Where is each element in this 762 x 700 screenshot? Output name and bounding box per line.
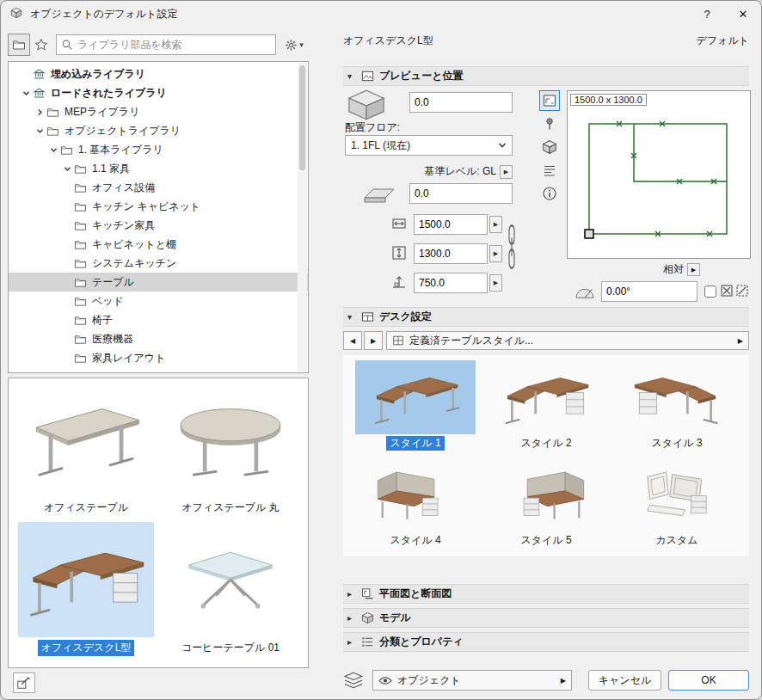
relative-button[interactable]: ▶ (687, 263, 700, 276)
tree-item-furniture[interactable]: 1.1 家具 (9, 159, 308, 178)
folder-icon (60, 144, 76, 157)
tree-item-furniture-layout[interactable]: 家具レイアウト (9, 348, 308, 367)
style-thumbnail (355, 457, 476, 531)
flip-x-button[interactable] (720, 284, 734, 298)
layer-button[interactable] (340, 670, 367, 691)
tree-item-cabinets-shelves[interactable]: キャビネットと棚 (9, 235, 308, 254)
offset-input[interactable] (409, 183, 513, 204)
depth-spinner-button[interactable]: ▶ (489, 245, 502, 262)
style-set-selector[interactable]: 定義済テーブルスタイル... ▶ (386, 331, 749, 350)
library-item-office-desk-L-selected[interactable]: オフィスデスクL型 (14, 522, 158, 662)
tree-item-system-kitchen[interactable]: システムキッチン (9, 254, 308, 273)
tree-item-embedded-library[interactable]: 埋め込みライブラリ (9, 64, 308, 83)
scrollbar-thumb[interactable] (299, 65, 305, 170)
preview-position-section-header[interactable]: ▾ プレビューと位置 (343, 66, 749, 86)
layer-select[interactable]: オブジェクト ▶ (372, 670, 572, 691)
settings-gear-button[interactable]: ▾ (280, 34, 309, 56)
tree-item-label: 埋め込みライブラリ (51, 67, 145, 82)
expander-down-icon[interactable] (33, 127, 46, 135)
style-option-5[interactable]: スタイル 5 (481, 457, 611, 555)
tree-item-medical-equipment[interactable]: 医療機器 (9, 329, 308, 348)
link-dimensions-icon[interactable] (507, 223, 517, 271)
base-level-button[interactable]: ▶ (500, 165, 513, 179)
slab-icon (362, 184, 396, 206)
model-section-header[interactable]: ▸ モデル (343, 608, 749, 628)
collapse-chevron-icon[interactable]: ▸ (347, 613, 356, 623)
height-spinner-button[interactable]: ▶ (489, 274, 502, 292)
rotation-input[interactable] (601, 281, 697, 302)
default-state-button[interactable]: デフォルト (697, 34, 749, 48)
style-option-2[interactable]: スタイル 2 (481, 360, 611, 457)
prev-page-button[interactable]: ◀ (343, 331, 362, 350)
style-option-1-selected[interactable]: スタイル 1 (350, 360, 481, 457)
collapse-chevron-icon[interactable]: ▾ (347, 312, 356, 322)
view-mode-elevation-button[interactable] (539, 114, 560, 134)
style-set-icon (392, 335, 404, 347)
tree-item-kitchen-furniture[interactable]: キッチン家具 (9, 216, 308, 235)
plan-section-header[interactable]: ▸ 平面図と断面図 (343, 584, 749, 604)
library-item-office-table-round[interactable]: オフィステーブル 丸 (158, 382, 303, 522)
classification-section-header[interactable]: ▸ 分類とプロパティ (343, 632, 749, 652)
properties-section-icon (361, 636, 374, 648)
mirror-checkbox[interactable] (704, 286, 716, 298)
style-label: スタイル 5 (517, 533, 575, 548)
width-input[interactable] (414, 214, 488, 235)
view-mode-section-button[interactable] (539, 160, 560, 181)
height-input[interactable] (414, 273, 488, 293)
window-title: オブジェクトのデフォルト設定 (30, 7, 177, 21)
tree-item-office-equipment[interactable]: オフィス設備 (9, 178, 308, 197)
tree-item-label: ベッド (92, 294, 124, 309)
home-story-select[interactable]: 1. 1FL (現在) (345, 135, 513, 156)
tree-item-table-selected[interactable]: テーブル (9, 273, 308, 292)
collapse-chevron-icon[interactable]: ▾ (347, 71, 356, 81)
depth-input[interactable] (414, 243, 488, 264)
object-default-settings-dialog: オブジェクトのデフォルト設定 ? ✕ ▾ 埋め込みライブラリ ロードされたライブ… (0, 0, 762, 700)
elevation-input[interactable] (409, 92, 513, 113)
style-label: スタイル 1 (386, 436, 444, 451)
ok-button[interactable]: OK (668, 670, 749, 691)
desk-settings-section-header[interactable]: ▾ デスク設定 (343, 307, 749, 327)
preview-section-icon (361, 70, 374, 83)
library-toolbar: ▾ (8, 34, 309, 56)
next-page-button[interactable]: ▶ (364, 331, 383, 350)
tree-item-label: システムキッチン (92, 256, 176, 271)
cancel-button[interactable]: キャンセル (588, 670, 661, 691)
tree-item-basic-library[interactable]: 1. 基本ライブラリ (9, 140, 308, 159)
style-gallery: スタイル 1 スタイル 2 スタイル 3 スタイル 4 スタイル 5 (343, 355, 749, 556)
collapse-chevron-icon[interactable]: ▸ (347, 637, 356, 647)
section-title: デスク設定 (379, 310, 432, 324)
flip-y-button[interactable] (735, 284, 749, 298)
style-option-4[interactable]: スタイル 4 (350, 457, 481, 555)
style-option-3[interactable]: スタイル 3 (611, 360, 742, 457)
tree-item-bed[interactable]: ベッド (9, 292, 308, 310)
expander-right-icon[interactable] (33, 108, 46, 116)
tree-scrollbar[interactable] (298, 63, 307, 371)
info-button[interactable] (539, 183, 560, 204)
tree-item-mep-library[interactable]: MEPライブラリ (9, 102, 308, 121)
tree-item-object-library[interactable]: オブジェクトライブラリ (9, 121, 308, 140)
library-item-coffee-table[interactable]: コーヒーテーブル 01 (158, 522, 303, 662)
collapse-chevron-icon[interactable]: ▸ (347, 589, 356, 599)
style-set-next-icon[interactable]: ▶ (738, 337, 743, 345)
library-item-grid: オフィステーブル オフィステーブル 丸 オフィスデスクL型 コーヒーテーブル 0… (8, 378, 309, 668)
expander-down-icon[interactable] (60, 165, 74, 173)
folder-icon (74, 181, 89, 194)
width-spinner-button[interactable]: ▶ (489, 216, 502, 233)
search-input[interactable] (77, 39, 271, 51)
favorites-button[interactable] (30, 34, 52, 56)
library-manage-button[interactable] (13, 672, 35, 693)
expander-down-icon[interactable] (19, 89, 33, 97)
search-box[interactable] (56, 34, 276, 55)
tree-item-chair[interactable]: 椅子 (9, 310, 308, 329)
style-option-custom[interactable]: カスタム (611, 457, 742, 555)
object-name: オフィスデスクL型 (343, 34, 433, 48)
plan-section-icon (361, 587, 374, 600)
tree-item-loaded-libraries[interactable]: ロードされたライブラリ (9, 83, 308, 102)
preview-canvas[interactable]: 1500.0 x 1300.0 (567, 90, 751, 259)
folder-view-button[interactable] (8, 34, 30, 56)
view-mode-3d-button[interactable] (539, 137, 560, 157)
view-mode-plan-button[interactable] (539, 90, 560, 111)
tree-item-kitchen-cabinet[interactable]: キッチン キャビネット (9, 197, 308, 216)
library-item-office-table[interactable]: オフィステーブル (14, 382, 158, 522)
expander-down-icon[interactable] (46, 146, 60, 154)
